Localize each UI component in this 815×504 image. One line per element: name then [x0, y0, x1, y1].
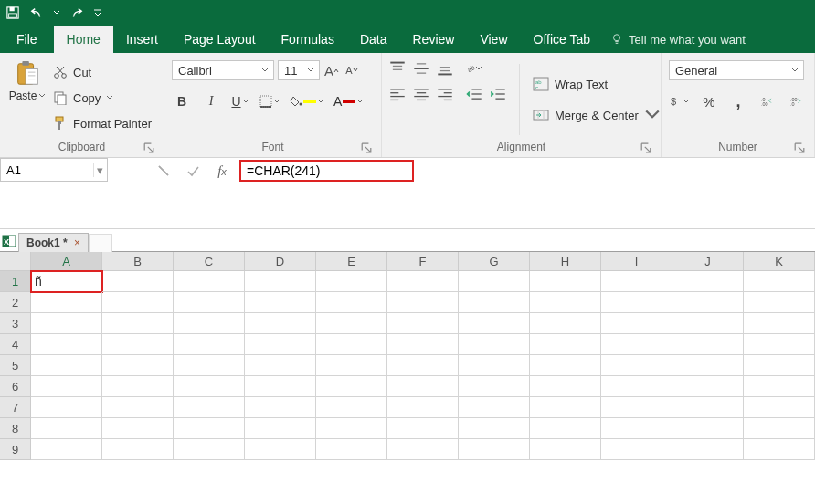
qat-customize-icon[interactable]: [93, 5, 102, 20]
decrease-decimal-button[interactable]: .00.0: [787, 91, 807, 111]
cell[interactable]: [459, 439, 530, 460]
italic-button[interactable]: I: [201, 91, 221, 111]
cell[interactable]: [316, 418, 387, 439]
cell[interactable]: [174, 397, 245, 418]
workbook-tab[interactable]: Book1 * ×: [18, 233, 89, 252]
cell[interactable]: [387, 355, 459, 376]
cell[interactable]: [459, 334, 530, 355]
column-header[interactable]: I: [601, 252, 672, 271]
cell[interactable]: [102, 313, 174, 334]
cell[interactable]: [174, 334, 245, 355]
cell[interactable]: [672, 334, 744, 355]
column-header[interactable]: A: [31, 252, 102, 271]
row-header[interactable]: 8: [0, 418, 31, 439]
formula-input[interactable]: [247, 163, 407, 178]
cell[interactable]: [530, 439, 601, 460]
column-header[interactable]: H: [530, 252, 601, 271]
cell[interactable]: [102, 292, 174, 313]
orientation-button[interactable]: ab: [466, 60, 482, 77]
underline-button[interactable]: U: [230, 91, 250, 111]
cell[interactable]: [31, 397, 102, 418]
cell[interactable]: [459, 292, 530, 313]
close-icon[interactable]: ×: [74, 236, 80, 249]
percent-format-button[interactable]: %: [699, 91, 719, 111]
select-all-corner[interactable]: [0, 252, 31, 271]
cell[interactable]: [102, 334, 174, 355]
wrap-text-button[interactable]: abc Wrap Text: [533, 73, 651, 95]
cell[interactable]: [31, 439, 102, 460]
cell[interactable]: [102, 355, 174, 376]
cell[interactable]: [102, 271, 174, 292]
save-icon[interactable]: [5, 5, 20, 20]
name-box-input[interactable]: [1, 163, 93, 177]
column-header[interactable]: D: [245, 252, 316, 271]
cell[interactable]: [31, 418, 102, 439]
column-header[interactable]: E: [316, 252, 387, 271]
cell[interactable]: [316, 292, 387, 313]
new-workbook-tab[interactable]: [89, 234, 112, 252]
cell[interactable]: [316, 397, 387, 418]
cell[interactable]: [174, 355, 245, 376]
cell[interactable]: [387, 418, 459, 439]
column-header[interactable]: G: [459, 252, 530, 271]
accounting-format-button[interactable]: $: [669, 91, 690, 111]
cell[interactable]: [744, 397, 815, 418]
cell[interactable]: [530, 418, 601, 439]
cell[interactable]: [672, 397, 744, 418]
align-bottom-button[interactable]: [437, 60, 453, 77]
fill-color-button[interactable]: [290, 91, 324, 111]
row-header[interactable]: 4: [0, 334, 31, 355]
cell[interactable]: [672, 313, 744, 334]
cell[interactable]: [102, 418, 174, 439]
copy-button[interactable]: Copy: [53, 87, 152, 109]
cell[interactable]: [316, 376, 387, 397]
cell[interactable]: [530, 271, 601, 292]
column-header[interactable]: C: [174, 252, 245, 271]
cell[interactable]: [744, 376, 815, 397]
cell[interactable]: [174, 418, 245, 439]
cell[interactable]: [459, 376, 530, 397]
cell[interactable]: [31, 334, 102, 355]
undo-icon[interactable]: [29, 5, 44, 20]
cell[interactable]: [530, 313, 601, 334]
cell[interactable]: [387, 334, 459, 355]
cell[interactable]: [672, 271, 744, 292]
dialog-launcher-icon[interactable]: [143, 142, 154, 153]
cell[interactable]: [744, 334, 815, 355]
cell[interactable]: [530, 397, 601, 418]
align-center-button[interactable]: [413, 86, 429, 102]
cell[interactable]: [245, 313, 316, 334]
cell[interactable]: [601, 355, 672, 376]
borders-button[interactable]: [259, 91, 280, 111]
row-header[interactable]: 7: [0, 397, 31, 418]
merge-center-button[interactable]: Merge & Center: [533, 104, 651, 126]
cell[interactable]: [31, 376, 102, 397]
cancel-formula-button[interactable]: [150, 161, 177, 181]
increase-indent-button[interactable]: [490, 86, 506, 102]
cell[interactable]: [316, 334, 387, 355]
cell[interactable]: [387, 292, 459, 313]
cell[interactable]: [316, 313, 387, 334]
cell[interactable]: [387, 397, 459, 418]
cell[interactable]: [744, 418, 815, 439]
cell[interactable]: [530, 292, 601, 313]
tab-home[interactable]: Home: [54, 26, 113, 53]
row-header[interactable]: 2: [0, 292, 31, 313]
cell[interactable]: [387, 271, 459, 292]
cell[interactable]: [174, 313, 245, 334]
dialog-launcher-icon[interactable]: [640, 142, 651, 153]
row-header[interactable]: 3: [0, 313, 31, 334]
cell[interactable]: [744, 439, 815, 460]
cut-button[interactable]: Cut: [53, 61, 152, 83]
cell[interactable]: [530, 355, 601, 376]
cell[interactable]: [31, 313, 102, 334]
cell[interactable]: [387, 439, 459, 460]
enter-formula-button[interactable]: [179, 161, 206, 181]
dialog-launcher-icon[interactable]: [361, 142, 372, 153]
cell[interactable]: [530, 334, 601, 355]
cell[interactable]: [672, 439, 744, 460]
cell[interactable]: [316, 355, 387, 376]
row-header[interactable]: 1: [0, 271, 31, 292]
row-header[interactable]: 9: [0, 439, 31, 460]
cell[interactable]: [601, 271, 672, 292]
